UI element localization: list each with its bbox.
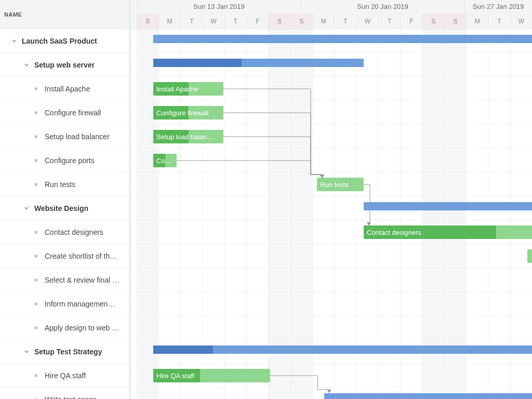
day-label: S — [290, 14, 312, 29]
bullet-icon — [34, 374, 37, 377]
gantt-bar-label: Install Apache — [156, 85, 198, 93]
gantt-bar-teststrat[interactable] — [153, 345, 532, 354]
chevron-down-icon[interactable] — [9, 36, 19, 46]
day-label: W — [203, 14, 224, 29]
tree-row-launch[interactable]: Launch SaaS Product — [0, 29, 129, 53]
gantt-body[interactable]: Install ApacheConfigure firewallSetup lo… — [130, 29, 532, 399]
day-label: M — [158, 14, 180, 29]
tree-row-label: Apply design to web … — [45, 324, 119, 332]
tree-row-hireqa[interactable]: Hire QA staff — [0, 364, 129, 388]
bullet-icon — [34, 278, 37, 282]
day-label: T — [334, 14, 356, 29]
bullet-icon — [34, 87, 37, 90]
gantt-bar-design[interactable] — [364, 202, 532, 210]
tree-row-label: Contact designers — [45, 228, 103, 236]
tree-row-runtests[interactable]: Run tests — [0, 172, 129, 196]
bullet-icon — [34, 159, 37, 162]
day-label: T — [180, 14, 202, 29]
tree-row-teststrat[interactable]: Setup Test Strategy — [0, 340, 129, 364]
progress-fill — [153, 345, 213, 354]
gantt-bar-label: Co… — [156, 157, 172, 165]
day-label: S — [422, 14, 444, 29]
bullet-icon — [34, 111, 37, 114]
week-label: Sun 27 Jan 2019 — [464, 0, 533, 14]
gantt-bars: Install ApacheConfigure firewallSetup lo… — [130, 29, 532, 399]
tree-row-label: Select & review final … — [45, 276, 119, 284]
day-label: T — [378, 14, 400, 29]
day-label: T — [224, 14, 246, 29]
day-label: W — [356, 14, 378, 29]
tree-row-label: Hire QA staff — [45, 371, 86, 380]
bullet-icon — [34, 183, 37, 186]
bullet-icon — [34, 135, 37, 138]
tree-header: NAME — [0, 0, 129, 29]
gantt-bar-runtests[interactable]: Run tests — [317, 178, 364, 191]
timeline-header: Sun 13 Jan 2019Sun 20 Jan 2019Sun 27 Jan… — [130, 0, 532, 29]
tree-row-label: Inform managemen… — [45, 300, 115, 308]
bullet-icon — [34, 255, 37, 258]
day-label: T — [488, 14, 510, 29]
day-label: F — [246, 14, 268, 29]
tree-header-label: NAME — [4, 11, 22, 18]
tree-row-inform[interactable]: Inform managemen… — [0, 292, 129, 316]
week-label: Sun 13 Jan 2019 — [137, 0, 301, 14]
progress-fill — [153, 59, 242, 67]
tree-row-label: Configure firewall — [45, 109, 101, 117]
day-label: F — [400, 14, 422, 29]
gantt-bar-hireqa[interactable]: Hire QA staff — [153, 369, 270, 382]
tree-row-firewall[interactable]: Configure firewall — [0, 101, 129, 125]
gantt-bar-ports[interactable]: Co… — [153, 154, 177, 167]
week-label: Sun 20 Jan 2019 — [301, 0, 464, 14]
gantt-bar-setupweb[interactable] — [153, 59, 364, 67]
tree-row-label: Setup Test Strategy — [34, 348, 102, 356]
chevron-down-icon[interactable] — [22, 204, 31, 213]
tree-row-ports[interactable]: Configure ports — [0, 149, 129, 172]
tree-row-label: Setup web server — [34, 61, 95, 69]
tree-row-apply[interactable]: Apply design to web … — [0, 316, 129, 340]
gantt-bar-label: Setup load balan… — [156, 133, 214, 141]
bullet-icon — [34, 231, 37, 234]
day-label: S — [268, 14, 290, 29]
gantt-bar-apache[interactable]: Install Apache — [153, 82, 223, 96]
tree-row-design[interactable]: Website Design — [0, 196, 129, 220]
gantt-bar-firewall[interactable]: Configure firewall — [153, 106, 223, 119]
tree-row-apache[interactable]: Install Apache — [0, 77, 129, 101]
day-label: S — [444, 14, 466, 29]
tree-row-label: Create shortlist of th… — [45, 252, 117, 260]
gantt-panel: Sun 13 Jan 2019Sun 20 Jan 2019Sun 27 Jan… — [130, 0, 532, 399]
timeline-weeks: Sun 13 Jan 2019Sun 20 Jan 2019Sun 27 Jan… — [130, 0, 532, 14]
gantt-bar-writespec[interactable] — [324, 393, 533, 399]
gantt-bar-label: Run tests — [320, 181, 349, 189]
tree-row-loadbal[interactable]: Setup load balancer — [0, 125, 129, 149]
task-tree[interactable]: Launch SaaS ProductSetup web serverInsta… — [0, 29, 129, 399]
day-label: W — [510, 14, 532, 29]
bullet-icon — [34, 326, 37, 329]
tree-row-label: Run tests — [45, 180, 75, 189]
tree-row-label: Launch SaaS Product — [22, 37, 97, 45]
gantt-bar-contactd[interactable]: Contact designers — [364, 225, 532, 239]
gantt-bar-launch[interactable] — [153, 35, 532, 43]
gantt-bar-label: Configure firewall — [156, 109, 208, 117]
gantt-bar-shortlist[interactable] — [527, 249, 532, 263]
tree-row-contactd[interactable]: Contact designers — [0, 220, 129, 244]
gantt-bar-label: Hire QA staff — [156, 372, 194, 380]
tree-row-setupweb[interactable]: Setup web server — [0, 53, 129, 77]
tree-row-label: Setup load balancer — [45, 132, 110, 141]
day-label: M — [312, 14, 334, 29]
tree-row-label: Install Apache — [45, 85, 90, 93]
chevron-down-icon[interactable] — [22, 347, 31, 356]
gantt-bar-label: Contact designers — [367, 229, 421, 236]
chevron-down-icon[interactable] — [22, 60, 31, 70]
day-label: S — [137, 14, 158, 29]
day-label: M — [466, 14, 488, 29]
gantt-bar-loadbal[interactable]: Setup load balan… — [153, 130, 223, 143]
tree-row-label: Website Design — [34, 204, 88, 212]
tree-row-label: Configure ports — [45, 156, 95, 165]
tree-row-shortlist[interactable]: Create shortlist of th… — [0, 244, 129, 268]
tree-row-label: Write test specs — [45, 395, 96, 400]
tree-row-review[interactable]: Select & review final … — [0, 268, 129, 292]
timeline-days: SMTWTFSSMTWTFSSMTW — [130, 14, 532, 29]
bullet-icon — [34, 302, 37, 305]
task-tree-panel: NAME Launch SaaS ProductSetup web server… — [0, 0, 130, 399]
tree-row-writespec[interactable]: Write test specs — [0, 388, 129, 399]
